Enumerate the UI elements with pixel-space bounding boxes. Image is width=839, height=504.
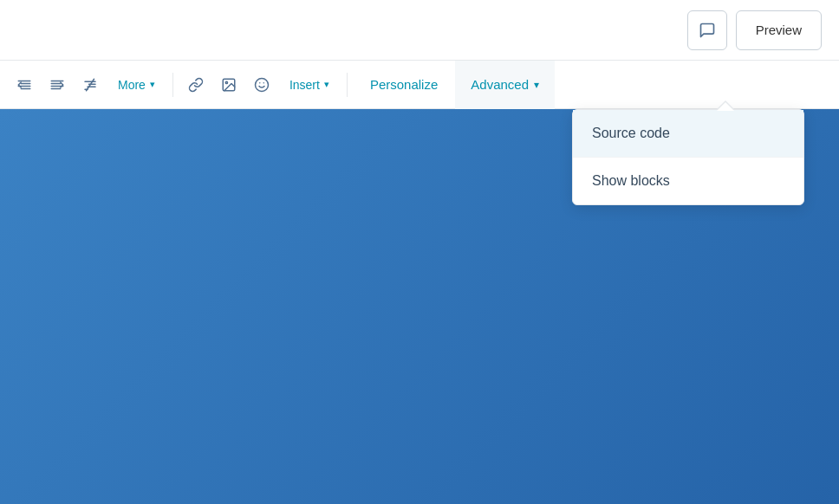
indent-increase-icon (49, 77, 65, 93)
personalize-label: Personalize (370, 77, 438, 92)
more-label: More (118, 78, 146, 92)
personalize-button[interactable]: Personalize (354, 61, 453, 109)
svg-point-15 (255, 78, 268, 91)
indent-decrease-button[interactable] (9, 69, 40, 100)
insert-label: Insert (289, 78, 320, 92)
show-blocks-menu-item[interactable]: Show blocks (573, 158, 803, 204)
show-blocks-label: Show blocks (592, 173, 670, 188)
svg-point-14 (225, 81, 227, 83)
indent-decrease-icon (16, 77, 32, 93)
advanced-dropdown: Source code Show blocks (572, 109, 804, 205)
clear-format-icon (82, 77, 98, 93)
emoji-icon (254, 77, 270, 93)
preview-label: Preview (756, 23, 802, 37)
top-bar: Preview (0, 0, 839, 61)
advanced-chevron-icon: ▾ (534, 79, 539, 91)
more-chevron-icon: ▾ (150, 79, 155, 90)
comment-icon (699, 22, 716, 39)
image-icon (221, 77, 237, 93)
toolbar-divider-1 (172, 73, 173, 97)
preview-button[interactable]: Preview (736, 10, 822, 50)
comment-button[interactable] (687, 10, 727, 50)
editor-canvas[interactable]: Source code Show blocks (0, 109, 839, 504)
link-button[interactable] (180, 69, 211, 100)
insert-button[interactable]: Insert ▾ (279, 69, 340, 100)
source-code-label: Source code (592, 126, 670, 140)
advanced-button[interactable]: Advanced ▾ (455, 61, 555, 109)
emoji-button[interactable] (246, 69, 277, 100)
link-icon (188, 77, 204, 93)
source-code-menu-item[interactable]: Source code (573, 110, 803, 158)
image-button[interactable] (213, 69, 244, 100)
more-button[interactable]: More ▾ (107, 69, 166, 100)
advanced-label: Advanced (471, 77, 529, 92)
toolbar: More ▾ Insert ▾ Personalize (0, 61, 839, 109)
clear-format-button[interactable] (75, 69, 106, 100)
toolbar-divider-2 (347, 73, 348, 97)
indent-increase-button[interactable] (42, 69, 73, 100)
insert-chevron-icon: ▾ (324, 79, 329, 90)
dropdown-arrow (717, 101, 734, 110)
